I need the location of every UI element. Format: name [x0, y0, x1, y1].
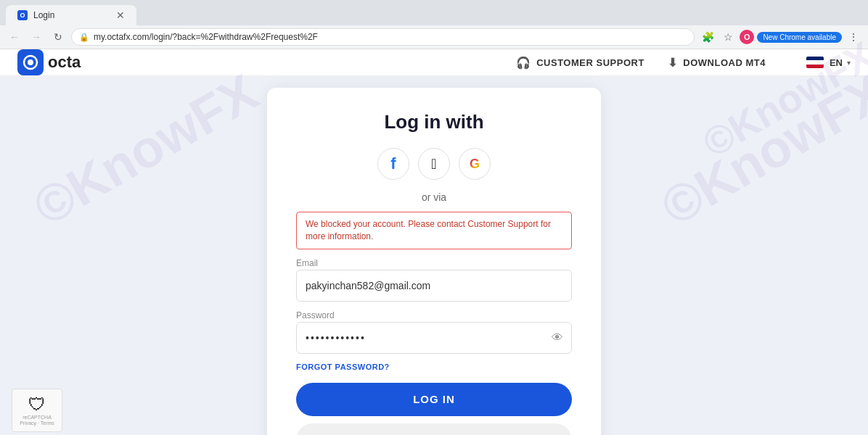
social-buttons: f  G [296, 148, 572, 180]
reload-button[interactable]: ↻ [49, 28, 67, 46]
apple-icon:  [431, 156, 436, 173]
browser-chrome: O Login ✕ ← → ↻ 🔒 my.octafx.com/login/?b… [0, 0, 868, 49]
profile-button[interactable]: O [740, 30, 754, 44]
login-title: Log in with [296, 111, 572, 133]
login-card: Log in with f  G or via We blocked your [267, 88, 601, 435]
browser-tabs: O Login ✕ [0, 0, 868, 25]
logo-icon [17, 49, 44, 75]
download-mt4-label: DOWNLOAD MT4 [683, 57, 766, 68]
password-input[interactable] [296, 322, 572, 354]
language-label: EN [830, 57, 843, 68]
email-input[interactable] [296, 270, 572, 302]
recaptcha-text: reCAPTCHAPrivacy · Terms [20, 415, 54, 427]
new-chrome-badge[interactable]: New Chrome available [757, 32, 842, 43]
extensions-button[interactable]: 🧩 [699, 28, 716, 46]
google-icon: G [470, 157, 480, 172]
facebook-login-button[interactable]: f [377, 148, 409, 180]
forward-button[interactable]: → [28, 28, 45, 46]
menu-button[interactable]: ⋮ [845, 28, 862, 46]
tab-close-button[interactable]: ✕ [116, 9, 125, 21]
forgot-password-link[interactable]: FORGOT PASSWORD? [296, 362, 572, 371]
watermark-left: ©KnowFX [23, 62, 267, 237]
logo-text: octa [48, 53, 81, 72]
recaptcha-icon: 🛡 [28, 394, 46, 415]
svg-point-1 [28, 59, 33, 65]
password-label: Password [296, 310, 572, 320]
tab-title: Login [33, 10, 54, 20]
chevron-down-icon: ▾ [847, 59, 851, 67]
lock-icon: 🔒 [79, 33, 89, 42]
language-selector[interactable]: EN ▾ [806, 57, 851, 68]
facebook-icon: f [390, 154, 396, 173]
page: octa 🎧 CUSTOMER SUPPORT ⬇ DOWNLOAD MT4 E… [0, 49, 868, 435]
signup-button[interactable]: SIGN UP [296, 423, 572, 435]
apple-login-button[interactable]:  [418, 148, 450, 180]
error-box: We blocked your account. Please contact … [296, 212, 572, 249]
favorites-button[interactable]: ☆ [719, 28, 737, 46]
profile-initial: O [744, 33, 750, 41]
customer-support-label: CUSTOMER SUPPORT [536, 57, 644, 68]
toolbar-actions: 🧩 ☆ O New Chrome available ⋮ [699, 28, 862, 46]
watermark-right: ©KnowFX [651, 62, 868, 237]
download-icon: ⬇ [668, 56, 678, 70]
error-message: We blocked your account. Please contact … [306, 218, 562, 243]
headset-icon: 🎧 [516, 56, 531, 70]
password-group: Password 👁 [296, 310, 572, 354]
logo[interactable]: octa [17, 49, 81, 75]
browser-toolbar: ← → ↻ 🔒 my.octafx.com/login/?back=%2Fwit… [0, 25, 868, 49]
or-via-text: or via [296, 191, 572, 203]
customer-support-link[interactable]: 🎧 CUSTOMER SUPPORT [516, 56, 644, 70]
main-content: ©KnowFX ©KnowFX ©KnowFX 我们封锁了您的帐户。请联系客户支… [0, 76, 868, 435]
top-navigation: octa 🎧 CUSTOMER SUPPORT ⬇ DOWNLOAD MT4 E… [0, 49, 868, 76]
url-text: my.octafx.com/login/?back=%2Fwithdraw%2F… [94, 32, 318, 42]
google-login-button[interactable]: G [459, 148, 491, 180]
recaptcha-badge: 🛡 reCAPTCHAPrivacy · Terms [12, 389, 62, 432]
uk-flag-icon [806, 57, 824, 68]
password-toggle-icon[interactable]: 👁 [552, 331, 563, 344]
back-button[interactable]: ← [6, 28, 23, 46]
email-label: Email [296, 258, 572, 268]
tab-favicon: O [17, 10, 28, 20]
address-bar[interactable]: 🔒 my.octafx.com/login/?back=%2Fwithdraw%… [71, 28, 695, 46]
nav-links: 🎧 CUSTOMER SUPPORT ⬇ DOWNLOAD MT4 EN ▾ [516, 56, 851, 70]
active-tab[interactable]: O Login ✕ [6, 5, 136, 25]
login-button[interactable]: LOG IN [296, 383, 572, 416]
download-mt4-link[interactable]: ⬇ DOWNLOAD MT4 [668, 56, 766, 70]
email-group: Email [296, 258, 572, 302]
